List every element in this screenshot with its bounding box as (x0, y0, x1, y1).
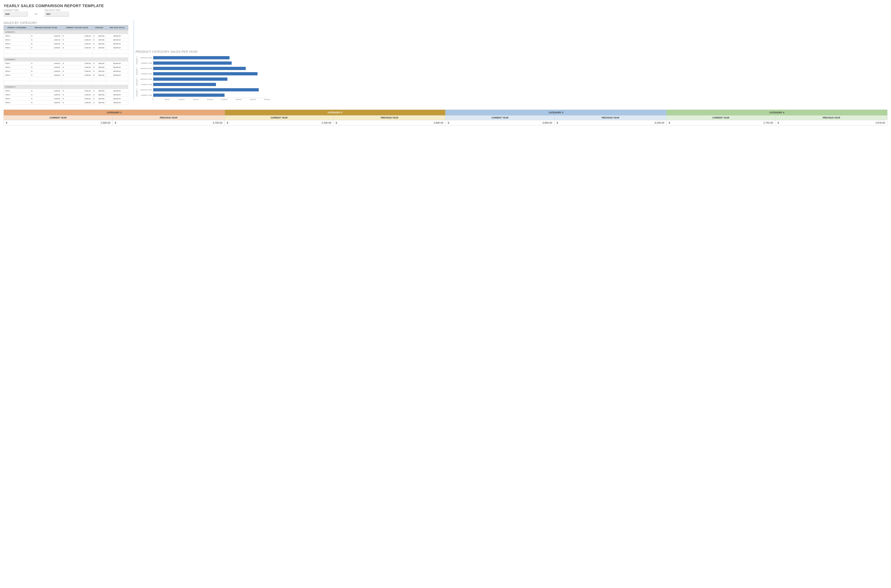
prev-sales-cell[interactable]: $4,500.00 (30, 69, 62, 73)
chart-bar (153, 67, 246, 70)
current-year-label: CURRENT YEAR (4, 9, 28, 11)
sales-table: PRODUCT CATEGORIES PREVIOUS YEAR NET SAL… (4, 25, 128, 105)
item-name[interactable]: ITEM 2 (4, 65, 30, 69)
prev-sales-cell[interactable]: $4,500.00 (30, 65, 62, 69)
chart-group-label: CATEGORY 2 (136, 76, 138, 87)
summary-value-cell[interactable]: $2,678.00 (776, 120, 887, 126)
summary-cat4-header: CATEGORY 4 (666, 110, 887, 116)
cur-sales-cell[interactable]: $5,000.00 (62, 42, 93, 46)
totals-cell[interactable]: $9,500.00 (106, 89, 128, 93)
item-name[interactable]: ITEM 1 (4, 62, 30, 65)
cur-sales-cell[interactable]: $5,000.00 (62, 100, 93, 105)
totals-cell[interactable]: $9,500.00 (106, 65, 128, 69)
chart-x-tick: $3,000.00 (236, 99, 242, 100)
col-product-categories: PRODUCT CATEGORIES (4, 25, 30, 30)
summary-value-cell[interactable]: $3,245.00 (554, 120, 666, 126)
totals-cell[interactable]: $9,500.00 (106, 46, 128, 50)
totals-cell[interactable]: $9,500.00 (106, 97, 128, 100)
variance-cell[interactable]: $(500.00) (92, 93, 106, 97)
prev-sales-cell[interactable]: $4,500.00 (30, 34, 62, 38)
variance-cell[interactable]: $(500.00) (92, 89, 106, 93)
prev-sales-cell[interactable]: $4,500.00 (30, 97, 62, 100)
item-name[interactable]: ITEM 3 (4, 97, 30, 100)
item-name[interactable]: ITEM 3 (4, 42, 30, 46)
item-name[interactable]: ITEM 4 (4, 100, 30, 105)
variance-cell[interactable]: $(500.00) (92, 69, 106, 73)
blank-row (4, 54, 128, 57)
prev-sales-cell[interactable]: $4,500.00 (30, 42, 62, 46)
summary-cat1-header: CATEGORY 1 (4, 110, 225, 116)
chart-group-label: CATEGORY 3 (136, 66, 138, 76)
item-name[interactable]: ITEM 1 (4, 34, 30, 38)
cur-sales-cell[interactable]: $5,000.00 (62, 34, 93, 38)
table-row: ITEM 4$4,500.00$5,000.00$(500.00)$9,500.… (4, 46, 128, 50)
col-prev-year-sales: PREVIOUS YEAR NET SALES (30, 25, 62, 30)
totals-cell[interactable]: $9,500.00 (106, 93, 128, 97)
item-name[interactable]: ITEM 4 (4, 73, 30, 77)
totals-cell[interactable]: $9,500.00 (106, 42, 128, 46)
chart-x-tick: $3,500.00 (250, 99, 256, 100)
totals-cell[interactable]: $9,500.00 (106, 62, 128, 65)
chart-bar-row: PREVIOUS YEAR (138, 76, 267, 82)
chart-bar-row: PREVIOUS YEAR (138, 55, 267, 60)
cur-sales-cell[interactable]: $5,000.00 (62, 89, 93, 93)
totals-cell[interactable]: $9,500.00 (106, 69, 128, 73)
summary-value-cell[interactable]: $2,752.00 (666, 120, 776, 126)
previous-year-input[interactable]: 2027 (45, 12, 69, 16)
cur-sales-cell[interactable]: $5,000.00 (62, 97, 93, 100)
variance-cell[interactable]: $(500.00) (92, 73, 106, 77)
variance-cell[interactable]: $(500.00) (92, 38, 106, 42)
variance-cell[interactable]: $(500.00) (92, 34, 106, 38)
chart-bar (153, 78, 227, 81)
totals-cell[interactable]: $9,500.00 (106, 38, 128, 42)
summary-value-cell[interactable]: $3,654.00 (446, 120, 554, 126)
blank-row (4, 81, 128, 85)
cur-sales-cell[interactable]: $5,000.00 (62, 93, 93, 97)
item-name[interactable]: ITEM 1 (4, 89, 30, 93)
prev-sales-cell[interactable]: $4,500.00 (30, 62, 62, 65)
chart-bar (153, 62, 232, 64)
blank-row (4, 50, 128, 54)
item-name[interactable]: ITEM 2 (4, 93, 30, 97)
table-row: ITEM 3$4,500.00$5,000.00$(500.00)$9,500.… (4, 69, 128, 73)
chart-bar-label: PREVIOUS YEAR (138, 89, 153, 91)
cur-sales-cell[interactable]: $5,000.00 (62, 38, 93, 42)
totals-cell[interactable]: $9,500.00 (106, 100, 128, 105)
cur-sales-cell[interactable]: $5,000.00 (62, 46, 93, 50)
variance-cell[interactable]: $(500.00) (92, 46, 106, 50)
cur-sales-cell[interactable]: $5,000.00 (62, 65, 93, 69)
prev-sales-cell[interactable]: $4,500.00 (30, 89, 62, 93)
current-year-input[interactable]: 2028 (4, 12, 28, 16)
totals-cell[interactable]: $9,500.00 (106, 34, 128, 38)
variance-cell[interactable]: $(500.00) (92, 42, 106, 46)
variance-cell[interactable]: $(500.00) (92, 97, 106, 100)
cur-sales-cell[interactable]: $5,000.00 (62, 62, 93, 65)
item-name[interactable]: ITEM 3 (4, 69, 30, 73)
variance-cell[interactable]: $(500.00) (92, 100, 106, 105)
prev-sales-cell[interactable]: $4,500.00 (30, 73, 62, 77)
prev-sales-cell[interactable]: $4,500.00 (30, 100, 62, 105)
cur-sales-cell[interactable]: $5,000.00 (62, 69, 93, 73)
summary-value-cell[interactable]: $2,500.00 (4, 120, 112, 126)
summary-value-cell[interactable]: $3,700.00 (112, 120, 225, 126)
sales-by-category-section: SALES BY CATEGORY PRODUCT CATEGORIES PRE… (4, 20, 128, 105)
cur-sales-cell[interactable]: $5,000.00 (62, 73, 93, 77)
summary-value-cell[interactable]: $2,600.00 (333, 120, 446, 126)
chart-x-tick: $4,000.00 (264, 99, 270, 100)
blank-row (4, 77, 128, 81)
variance-cell[interactable]: $(500.00) (92, 62, 106, 65)
chart-group: CATEGORY 2PREVIOUS YEARCURRENT YEAR (136, 76, 267, 87)
summary-value-cell[interactable]: $2,200.00 (225, 120, 333, 126)
prev-sales-cell[interactable]: $4,500.00 (30, 46, 62, 50)
summary-sub-prev: PREVIOUS YEAR (554, 116, 666, 120)
item-name[interactable]: ITEM 4 (4, 46, 30, 50)
item-name[interactable]: ITEM 2 (4, 38, 30, 42)
summary-sub-cur: CURRENT YEAR (666, 116, 776, 120)
variance-cell[interactable]: $(500.00) (92, 65, 106, 69)
col-variance: VARIANCE (92, 25, 106, 30)
prev-sales-cell[interactable]: $4,500.00 (30, 38, 62, 42)
chart-bar (153, 72, 258, 75)
chart-bar-row: CURRENT YEAR (138, 71, 267, 76)
totals-cell[interactable]: $9,500.00 (106, 73, 128, 77)
prev-sales-cell[interactable]: $4,500.00 (30, 93, 62, 97)
